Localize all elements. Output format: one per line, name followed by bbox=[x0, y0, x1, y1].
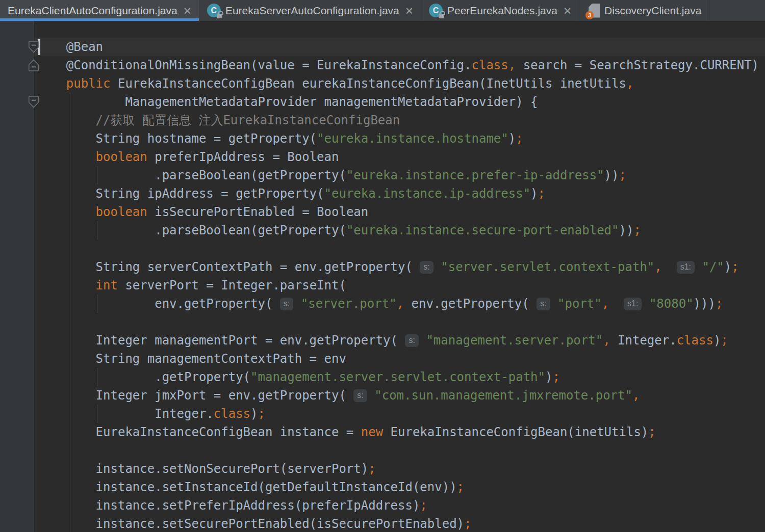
code-line[interactable]: instance.setInstanceId(getDefaultInstanc… bbox=[34, 478, 765, 496]
code-token-default bbox=[642, 297, 649, 311]
code-token-string: "eureka.instance.prefer-ip-address" bbox=[346, 168, 604, 182]
editor-tab-1[interactable]: EurekaClientAutoConfiguration.java× bbox=[0, 0, 199, 21]
tab-filename: EurekaClientAutoConfiguration.java bbox=[8, 5, 177, 17]
code-token-string: "eureka.instance.ip-address" bbox=[324, 187, 531, 201]
code-line[interactable]: .parseBoolean(getProperty("eureka.instan… bbox=[34, 221, 765, 240]
code-token-default: String managementContextPath = env bbox=[37, 352, 346, 366]
code-line[interactable]: @Bean bbox=[34, 38, 765, 56]
editor-tab-4[interactable]: JDiscoveryClient.java bbox=[579, 0, 709, 21]
code-line[interactable]: @ConditionalOnMissingBean(value = Eureka… bbox=[34, 56, 765, 74]
code-line[interactable]: instance.setPreferIpAddress(preferIpAddr… bbox=[34, 496, 765, 515]
code-token-keyword: class bbox=[677, 333, 713, 348]
tab-close-icon[interactable]: × bbox=[405, 6, 413, 16]
parameter-hint-s1: s1: bbox=[677, 261, 695, 274]
tab-close-icon[interactable]: × bbox=[564, 6, 571, 16]
code-token-default: instance.setSecurePortEnabled(isSecurePo… bbox=[37, 517, 464, 531]
java-file-icon: J bbox=[587, 3, 600, 18]
code-token-keyword: new bbox=[361, 425, 383, 439]
editor-tab-2[interactable]: CEurekaServerAutoConfiguration.java× bbox=[199, 0, 421, 21]
code-editor[interactable]: @Bean @ConditionalOnMissingBean(value = … bbox=[0, 21, 765, 532]
code-line[interactable]: String hostname = getProperty("eureka.in… bbox=[34, 129, 765, 148]
code-token-punctuation: , bbox=[654, 260, 661, 274]
code-line[interactable]: int serverPort = Integer.parseInt( bbox=[34, 276, 765, 295]
code-token-string: "port" bbox=[557, 297, 602, 311]
editor-tab-bar: EurekaClientAutoConfiguration.java×CEure… bbox=[0, 0, 765, 21]
code-token-default: env.getProperty( bbox=[404, 297, 537, 311]
code-token-punctuation: ; bbox=[619, 168, 626, 182]
code-line[interactable] bbox=[34, 240, 765, 258]
code-token-keyword: class bbox=[472, 58, 508, 72]
code-token-punctuation: , bbox=[632, 388, 640, 403]
editor-tab-3[interactable]: CPeerEurekaNodes.java× bbox=[421, 0, 579, 21]
code-line[interactable]: public EurekaInstanceConfigBean eurekaIn… bbox=[34, 74, 765, 93]
editor-area: @Bean @ConditionalOnMissingBean(value = … bbox=[0, 21, 765, 532]
code-line[interactable]: env.getProperty( s: "server.port", env.g… bbox=[34, 295, 765, 313]
code-token-comment: //获取 配置信息 注入EurekaInstanceConfigBean bbox=[96, 113, 400, 127]
parameter-hint-s: s: bbox=[280, 298, 293, 310]
code-token-default: ) bbox=[250, 407, 258, 421]
code-token-keyword: boolean bbox=[96, 150, 147, 164]
code-token-default: .parseBoolean(getProperty( bbox=[37, 168, 346, 182]
code-token-default: Integer. bbox=[610, 333, 677, 348]
code-token-default: String serverContextPath = env.getProper… bbox=[37, 260, 420, 274]
code-line[interactable]: .parseBoolean(getProperty("eureka.instan… bbox=[34, 166, 765, 184]
code-token-punctuation: ; bbox=[721, 333, 728, 348]
code-token-default: @Bean bbox=[37, 40, 103, 54]
code-token-default: isSecurePortEnabled = Boolean bbox=[147, 205, 368, 219]
code-token-default: EurekaInstanceConfigBean eurekaInstanceC… bbox=[111, 76, 626, 91]
code-token-default bbox=[37, 205, 96, 219]
code-line[interactable]: EurekaInstanceConfigBean instance = new … bbox=[34, 423, 765, 441]
code-token-keyword: int bbox=[96, 278, 118, 292]
code-token-default: EurekaInstanceConfigBean instance = bbox=[37, 425, 361, 439]
code-line[interactable]: Integer managementPort = env.getProperty… bbox=[34, 331, 765, 350]
code-token-string: "management.server.port" bbox=[426, 333, 603, 348]
code-token-default: )) bbox=[619, 223, 634, 237]
code-token-default: ManagementMetadataProvider managementMet… bbox=[37, 95, 538, 109]
code-line[interactable]: boolean isSecurePortEnabled = Boolean bbox=[34, 203, 765, 221]
code-token-default bbox=[37, 76, 66, 91]
tab-filename: EurekaServerAutoConfiguration.java bbox=[225, 5, 399, 17]
code-token-string: "/" bbox=[702, 260, 724, 274]
code-token-default: String hostname = getProperty( bbox=[37, 131, 317, 146]
code-token-default: ) bbox=[530, 187, 538, 201]
code-token-punctuation: ; bbox=[464, 517, 471, 531]
code-token-default: )) bbox=[604, 168, 619, 182]
code-line[interactable]: boolean preferIpAddress = Boolean bbox=[34, 148, 765, 166]
fold-marker-down[interactable] bbox=[28, 95, 39, 109]
tab-filename: PeerEurekaNodes.java bbox=[447, 5, 557, 17]
code-line[interactable]: instance.setSecurePortEnabled(isSecurePo… bbox=[34, 515, 765, 532]
code-token-punctuation: ; bbox=[516, 131, 523, 146]
code-line[interactable]: String ipAddress = getProperty("eureka.i… bbox=[34, 184, 765, 203]
code-line[interactable] bbox=[34, 313, 765, 331]
code-token-default: @ConditionalOnMissingBean(value = Eureka… bbox=[37, 58, 472, 72]
tab-close-icon[interactable]: × bbox=[184, 6, 191, 16]
code-token-string: "server.servlet.context-path" bbox=[441, 260, 654, 274]
code-token-default: ) bbox=[724, 260, 731, 274]
class-icon: C bbox=[429, 4, 443, 17]
code-line[interactable]: String managementContextPath = env bbox=[34, 350, 765, 368]
tab-filename: DiscoveryClient.java bbox=[604, 5, 701, 17]
code-token-default bbox=[367, 388, 374, 403]
parameter-hint-s1: s1: bbox=[624, 298, 642, 310]
code-token-default: .parseBoolean(getProperty( bbox=[37, 223, 346, 237]
code-token-default bbox=[550, 297, 557, 311]
code-token-default: Integer. bbox=[37, 407, 214, 421]
code-token-default: instance.setInstanceId(getDefaultInstanc… bbox=[37, 480, 457, 494]
parameter-hint-s: s: bbox=[420, 261, 433, 274]
fold-marker-down[interactable] bbox=[28, 40, 39, 54]
code-line[interactable]: ManagementMetadataProvider managementMet… bbox=[34, 93, 765, 111]
code-line[interactable]: .getProperty("management.server.servlet.… bbox=[34, 368, 765, 386]
code-line[interactable]: instance.setNonSecurePort(serverPort); bbox=[34, 460, 765, 478]
code-token-default bbox=[662, 260, 677, 274]
code-line[interactable]: String serverContextPath = env.getProper… bbox=[34, 258, 765, 276]
code-line[interactable]: Integer.class); bbox=[34, 405, 765, 423]
code-token-punctuation: ; bbox=[368, 462, 375, 476]
code-token-default bbox=[37, 150, 96, 164]
code-token-keyword: class bbox=[214, 407, 250, 421]
ide-window: EurekaClientAutoConfiguration.java×CEure… bbox=[0, 0, 765, 532]
code-line[interactable]: Integer jmxPort = env.getProperty( s: "c… bbox=[34, 386, 765, 405]
fold-marker-up[interactable] bbox=[28, 59, 39, 72]
code-line[interactable] bbox=[34, 441, 765, 460]
code-token-default: ) bbox=[713, 333, 721, 348]
code-line[interactable]: //获取 配置信息 注入EurekaInstanceConfigBean bbox=[34, 111, 765, 129]
